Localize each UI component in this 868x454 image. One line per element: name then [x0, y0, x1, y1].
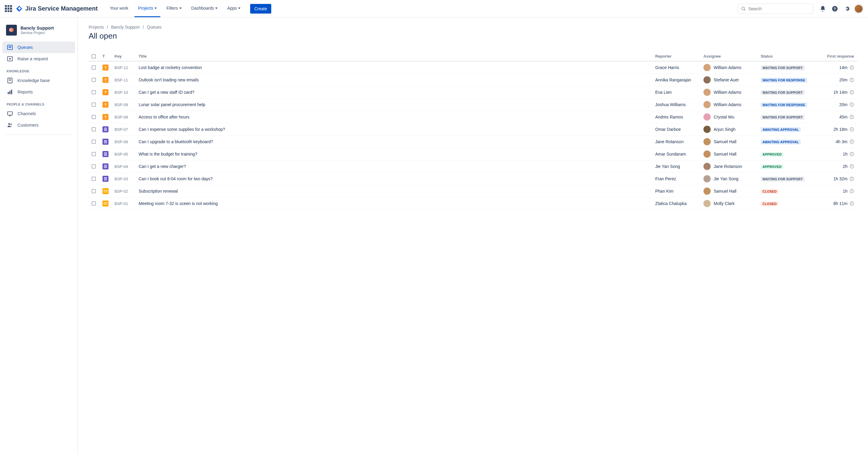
app-switcher-icon[interactable]	[5, 5, 12, 12]
table-row[interactable]: BSP-06Can I upgrade to a bluetooth keybo…	[89, 135, 857, 148]
clock-icon	[849, 164, 854, 169]
row-checkbox[interactable]	[92, 90, 96, 94]
row-checkbox[interactable]	[92, 164, 96, 169]
assignee-avatar[interactable]	[704, 187, 711, 195]
row-checkbox[interactable]	[92, 152, 96, 156]
issue-key[interactable]: BSP-03	[112, 173, 135, 185]
issue-title[interactable]: Can I get a new charger?	[138, 164, 186, 169]
notifications-icon[interactable]	[818, 4, 828, 13]
nav-apps[interactable]: Apps	[224, 0, 244, 17]
issue-key[interactable]: BSP-05	[112, 148, 135, 160]
issue-key[interactable]: BSP-02	[112, 185, 135, 198]
row-checkbox[interactable]	[92, 189, 96, 193]
issue-key[interactable]: BSP-12	[112, 61, 135, 74]
breadcrumb-section[interactable]: Queues	[147, 25, 161, 30]
issue-key[interactable]: BSP-10	[112, 86, 135, 98]
sidebar-item-customers[interactable]: Customers	[2, 119, 75, 131]
assignee-avatar[interactable]	[704, 101, 711, 108]
assignee-avatar[interactable]	[704, 138, 711, 145]
table-row[interactable]: ?BSP-08Access to office after hoursAndre…	[89, 111, 857, 123]
nav-your-work[interactable]: Your work	[106, 0, 132, 17]
issue-key[interactable]: BSP-04	[112, 160, 135, 173]
table-row[interactable]: BSP-03Can I book out 8-04 room for two d…	[89, 173, 857, 185]
issue-title[interactable]: Can I expense some supplies for a worksh…	[138, 127, 225, 132]
sidebar-item-raise-request[interactable]: Raise a request	[2, 53, 75, 64]
issue-key[interactable]: BSP-09	[112, 98, 135, 111]
reporter-name: Jie Yan Song	[652, 160, 701, 173]
issue-title[interactable]: Lunar solar panel procurement help	[138, 102, 205, 107]
row-checkbox[interactable]	[92, 102, 96, 107]
product-logo[interactable]: Jira Service Management	[16, 5, 98, 12]
search-box[interactable]	[738, 4, 813, 14]
col-title[interactable]: Title	[135, 52, 652, 61]
col-reporter[interactable]: Reporter	[652, 52, 701, 61]
first-response-value: 1h 14m	[833, 90, 854, 95]
col-type[interactable]: T	[99, 52, 112, 61]
issue-key[interactable]: BSP-08	[112, 111, 135, 123]
issue-title[interactable]: Can I upgrade to a bluetooth keyboard?	[138, 139, 213, 144]
col-key[interactable]: Key	[112, 52, 135, 61]
assignee-name: Arjun Singh	[714, 127, 735, 132]
sidebar-item-queues[interactable]: Queues	[2, 41, 75, 53]
assignee-avatar[interactable]	[704, 126, 711, 133]
issue-key[interactable]: BSP-07	[112, 123, 135, 135]
issue-title[interactable]: Can I get a new staff ID card?	[138, 90, 194, 95]
table-row[interactable]: ?BSP-10Can I get a new staff ID card?Eva…	[89, 86, 857, 98]
table-row[interactable]: BSP-07Can I expense some supplies for a …	[89, 123, 857, 135]
col-assignee[interactable]: Assignee	[701, 52, 758, 61]
table-row[interactable]: BSP-05What is the budget for training?Am…	[89, 148, 857, 160]
issue-title[interactable]: Subscription renewal	[138, 189, 178, 193]
first-response-value: 1h	[843, 152, 854, 156]
table-row[interactable]: ?BSP-09Lunar solar panel procurement hel…	[89, 98, 857, 111]
sidebar-item-reports[interactable]: Reports	[2, 86, 75, 98]
product-name: Jira Service Management	[25, 5, 98, 12]
first-response-value: 4h 3m	[836, 139, 854, 144]
settings-icon[interactable]	[842, 4, 852, 13]
row-checkbox[interactable]	[92, 65, 96, 70]
select-all-checkbox[interactable]	[92, 54, 96, 59]
assignee-avatar[interactable]	[704, 89, 711, 96]
table-row[interactable]: BSP-04Can I get a new charger?Jie Yan So…	[89, 160, 857, 173]
assignee-avatar[interactable]	[704, 113, 711, 121]
row-checkbox[interactable]	[92, 127, 96, 131]
sidebar-item-knowledge-base[interactable]: Knowledge base	[2, 75, 75, 86]
row-checkbox[interactable]	[92, 177, 96, 181]
nav-dashboards[interactable]: Dashboards	[188, 0, 221, 17]
col-first-response[interactable]: First response	[818, 52, 857, 61]
issue-title[interactable]: What is the budget for training?	[138, 152, 197, 156]
breadcrumb-projects[interactable]: Projects	[89, 25, 104, 30]
user-avatar[interactable]	[854, 4, 863, 13]
issue-key[interactable]: BSP-11	[112, 74, 135, 86]
help-icon[interactable]: ?	[830, 4, 840, 13]
issue-title[interactable]: Meeting room 7-32 is sceen is not workin…	[138, 201, 218, 206]
assignee-avatar[interactable]	[704, 200, 711, 207]
row-checkbox[interactable]	[92, 201, 96, 206]
issue-title[interactable]: Outlook isn't loading new emails	[138, 78, 199, 82]
row-checkbox[interactable]	[92, 115, 96, 119]
sidebar-label: Knowledge base	[18, 78, 50, 83]
issue-key[interactable]: BSP-01	[112, 198, 135, 210]
table-row[interactable]: ?BSP-12Lost badge at rocketry convention…	[89, 61, 857, 74]
breadcrumb-project[interactable]: Bancly Support	[111, 25, 140, 30]
table-row[interactable]: BSP-01Meeting room 7-32 is sceen is not …	[89, 198, 857, 210]
table-row[interactable]: ?BSP-11Outlook isn't loading new emailsA…	[89, 74, 857, 86]
nav-projects[interactable]: Projects	[134, 0, 161, 17]
assignee-avatar[interactable]	[704, 163, 711, 170]
row-checkbox[interactable]	[92, 140, 96, 144]
assignee-avatar[interactable]	[704, 175, 711, 182]
row-checkbox[interactable]	[92, 78, 96, 82]
table-row[interactable]: BSP-02Subscription renewalPhan KimSamuel…	[89, 185, 857, 198]
assignee-avatar[interactable]	[704, 150, 711, 158]
assignee-avatar[interactable]	[704, 76, 711, 84]
issue-title[interactable]: Lost badge at rocketry convention	[138, 65, 202, 70]
assignee-avatar[interactable]	[704, 64, 711, 71]
nav-filters[interactable]: Filters	[163, 0, 185, 17]
issue-title[interactable]: Access to office after hours	[138, 115, 190, 119]
issue-title[interactable]: Can I book out 8-04 room for two days?	[138, 176, 213, 181]
col-status[interactable]: Status	[758, 52, 818, 61]
issue-key[interactable]: BSP-06	[112, 135, 135, 148]
search-input[interactable]	[748, 6, 810, 11]
project-header[interactable]: Bancly Support Service Project	[2, 22, 75, 38]
create-button[interactable]: Create	[250, 4, 271, 13]
sidebar-item-channels[interactable]: Channels	[2, 108, 75, 119]
